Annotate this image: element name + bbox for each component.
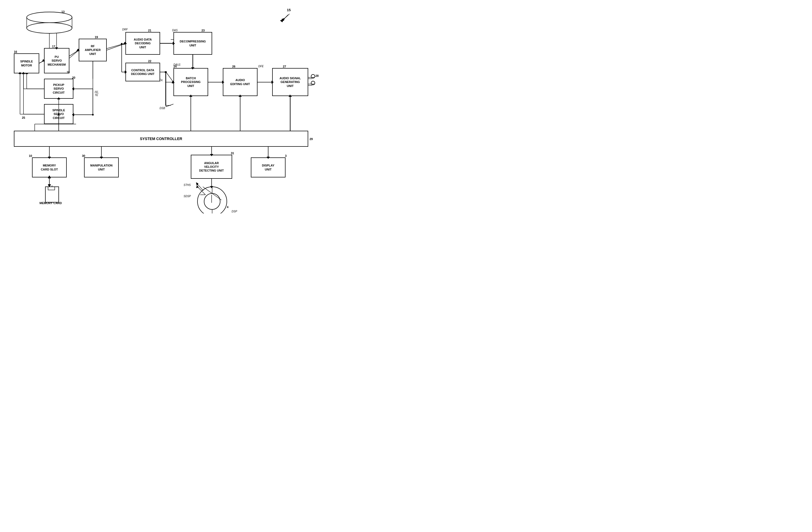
pickup-servo-box: PICKUPSERVOCIRCUIT xyxy=(44,79,73,99)
spindle-servo-box: SPINDLESERVOCIRCUIT xyxy=(44,104,73,124)
svg-line-79 xyxy=(198,187,205,195)
dsp-label: DSP xyxy=(232,210,237,213)
label-20: 20 xyxy=(72,76,75,79)
svg-point-3 xyxy=(27,23,72,33)
svg-point-44 xyxy=(92,114,94,116)
system-controller-box: SYSTEM CONTROLLER xyxy=(14,131,308,147)
rf-amplifier-box: RFAMPLIFIERUNIT xyxy=(79,39,107,61)
label-23: 23 xyxy=(202,29,205,32)
label-27: 27 xyxy=(283,65,286,68)
batch-processing-box: BATCHPROCESSINGUNIT xyxy=(173,68,208,96)
memory-card-label: MEMORY CARD xyxy=(40,202,62,205)
output-circle-2 xyxy=(311,81,315,85)
label-13: 13 xyxy=(61,10,64,13)
angular-velocity-box: ANGULARVELOCITYDETECTING UNIT xyxy=(191,155,232,179)
gyro-circle xyxy=(195,184,230,213)
spindle-motor-box: SPINDLEMOTOR xyxy=(14,53,39,73)
label-17: 17 xyxy=(52,45,55,48)
svg-rect-74 xyxy=(48,187,55,190)
label-4: 4 xyxy=(227,205,228,209)
sdsp-label: SDSP xyxy=(184,195,191,198)
servo-mechanism-box: PUSERVOMECHANISM xyxy=(44,48,69,73)
control-data-decoding-box: CONTROL DATADECODING UNIT xyxy=(126,63,160,82)
output-circle-1 xyxy=(311,74,315,78)
label-16: 16 xyxy=(14,50,17,53)
figure-15-label: 15 xyxy=(287,8,291,12)
das-label: DAS xyxy=(172,29,178,32)
label-25: 25 xyxy=(22,116,25,119)
label-3: 3 xyxy=(285,154,287,158)
audio-signal-gen-box: AUDIO SIGNALGENERATINGUNIT xyxy=(272,68,308,96)
svg-point-0 xyxy=(27,12,72,23)
sths-label: STHS xyxy=(184,183,191,187)
label-21: 21 xyxy=(148,29,151,32)
svg-line-5 xyxy=(39,61,44,63)
svg-line-8 xyxy=(107,44,126,50)
label-24: 24 xyxy=(173,65,177,68)
dc-label: Dc xyxy=(160,79,163,82)
label-22: 22 xyxy=(148,59,151,63)
dfe-label: DFE xyxy=(258,65,264,68)
drf-label: DRF xyxy=(122,28,128,31)
svg-point-76 xyxy=(204,193,220,209)
block-diagram: 15 13 SPINDLEMOTOR 16 PUSERVOMECHANISM 1… xyxy=(0,0,320,213)
label-28: 28 xyxy=(315,74,319,77)
audio-editing-box: AUDIOEDITING UNIT xyxy=(223,68,258,96)
label-30: 30 xyxy=(82,154,85,158)
manipulation-unit-box: MANIPULATIONUNIT xyxy=(84,158,119,177)
dsb-label: DSB xyxy=(160,107,165,110)
decompressing-box: DECOMPRESSINGUNIT xyxy=(173,32,212,55)
display-unit-box: DISPLAYUNIT xyxy=(251,158,286,177)
label-31: 31 xyxy=(231,151,234,155)
fe-te-label: FE,TE xyxy=(95,91,99,97)
label-19: 19 xyxy=(95,35,98,39)
audio-data-decoding-box: AUDIO DATADECODINGUNIT xyxy=(126,32,160,55)
memory-card-slot-box: MEMORYCARD SLOT xyxy=(32,158,67,177)
memory-card-icon xyxy=(44,186,60,203)
label-29: 29 xyxy=(309,137,313,141)
svg-marker-72 xyxy=(281,18,285,21)
svg-rect-73 xyxy=(45,187,59,202)
label-18: 18 xyxy=(67,71,70,74)
label-10: 10 xyxy=(29,154,32,158)
label-26: 26 xyxy=(232,65,235,68)
